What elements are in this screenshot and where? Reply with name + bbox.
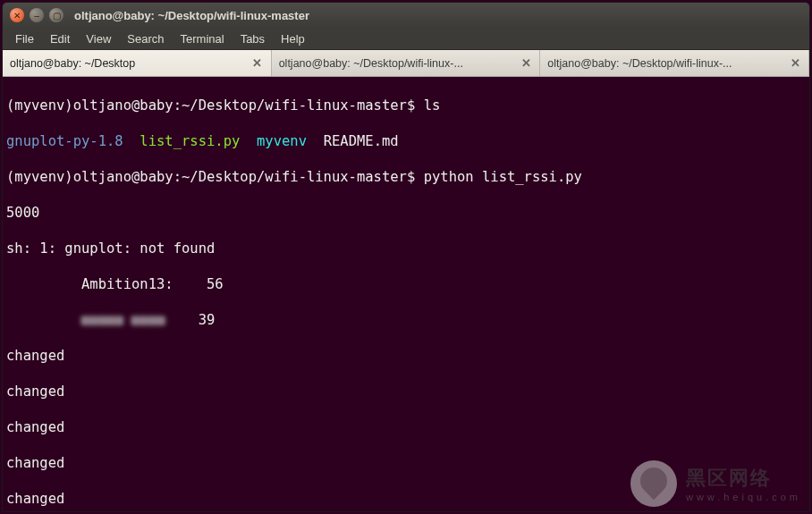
terminal-window: ✕ – ▢ oltjano@baby: ~/Desktop/wifi-linux…: [2, 2, 810, 512]
tab-label: oltjano@baby: ~/Desktop: [10, 57, 246, 70]
terminal-output[interactable]: (myvenv)oltjano@baby:~/Desktop/wifi-linu…: [3, 77, 809, 511]
output-line: changed: [6, 454, 806, 472]
output-line: Ambition13: 56: [6, 275, 806, 293]
ls-dir: myvenv: [257, 133, 307, 149]
output-line: changed: [6, 383, 806, 400]
prompt-path: ~/Desktop/wifi-linux-master: [182, 97, 407, 114]
tab-label: oltjano@baby: ~/Desktop/wifi-linux-...: [279, 57, 515, 70]
menubar: File Edit View Search Terminal Tabs Help: [3, 28, 809, 50]
prompt-end: $: [407, 97, 415, 114]
prompt-userhost: oltjano@baby: [73, 97, 173, 114]
close-icon[interactable]: ✕: [520, 57, 532, 70]
command-text: ls: [424, 97, 441, 114]
menu-search[interactable]: Search: [120, 29, 171, 48]
ls-exec: list_rssi.py: [140, 133, 240, 149]
output-value: 39: [165, 312, 215, 328]
output-line: changed: [6, 418, 806, 436]
menu-file[interactable]: File: [8, 29, 41, 48]
menu-view[interactable]: View: [79, 29, 118, 48]
menu-terminal[interactable]: Terminal: [173, 29, 232, 48]
prompt-userhost: oltjano@baby: [73, 169, 173, 185]
tab-bar: oltjano@baby: ~/Desktop ✕ oltjano@baby: …: [3, 50, 809, 77]
ls-file: README.md: [324, 133, 399, 149]
window-controls: ✕ – ▢: [10, 8, 63, 22]
close-icon[interactable]: ✕: [251, 57, 264, 70]
redacted-text: ■■■■■ ■■■■: [6, 312, 165, 328]
close-icon[interactable]: ✕: [10, 8, 24, 22]
output-line: changed: [6, 490, 806, 508]
terminal-tab[interactable]: oltjano@baby: ~/Desktop/wifi-linux-... ✕: [540, 50, 809, 76]
output-line: changed: [6, 347, 806, 365]
terminal-tab[interactable]: oltjano@baby: ~/Desktop/wifi-linux-... ✕: [272, 50, 541, 76]
titlebar[interactable]: ✕ – ▢ oltjano@baby: ~/Desktop/wifi-linux…: [3, 3, 809, 28]
prompt-path: ~/Desktop/wifi-linux-master: [182, 169, 407, 185]
maximize-icon[interactable]: ▢: [49, 8, 63, 22]
tab-label: oltjano@baby: ~/Desktop/wifi-linux-...: [547, 57, 783, 70]
prompt-venv: (myvenv): [6, 97, 73, 114]
output-line: sh: 1: gnuplot: not found: [6, 240, 806, 257]
menu-edit[interactable]: Edit: [43, 29, 77, 48]
prompt-sep: :: [173, 97, 182, 114]
prompt-end: $: [407, 169, 415, 185]
menu-tabs[interactable]: Tabs: [233, 29, 272, 48]
close-icon[interactable]: ✕: [789, 57, 801, 70]
command-text: python list_rssi.py: [424, 169, 582, 185]
terminal-tab[interactable]: oltjano@baby: ~/Desktop ✕: [3, 50, 272, 76]
prompt-venv: (myvenv): [6, 169, 73, 185]
menu-help[interactable]: Help: [274, 29, 312, 48]
ls-dir: gnuplot-py-1.8: [6, 133, 123, 149]
minimize-icon[interactable]: –: [30, 8, 44, 22]
window-title: oltjano@baby: ~/Desktop/wifi-linux-maste…: [74, 9, 309, 22]
output-line: 5000: [6, 204, 806, 222]
prompt-sep: :: [173, 169, 182, 185]
